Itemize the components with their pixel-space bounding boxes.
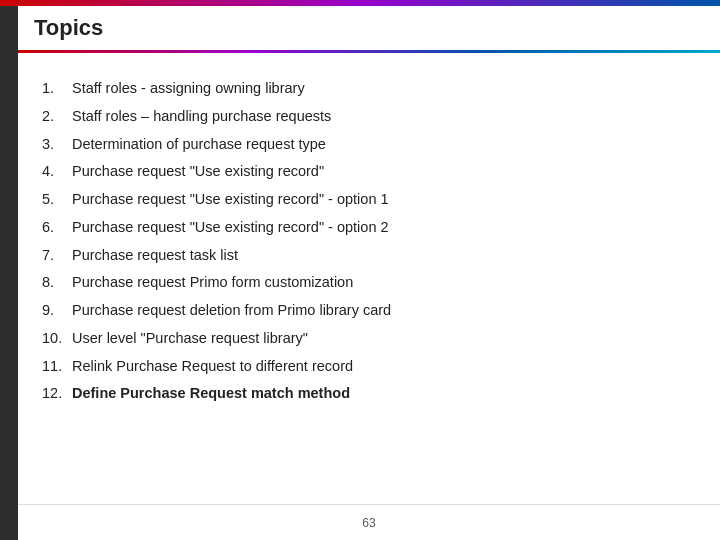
list-item: 5.Purchase request "Use existing record"… bbox=[42, 189, 696, 211]
list-item-number: 4. bbox=[42, 161, 72, 183]
list-item-number: 10. bbox=[42, 328, 72, 350]
list-item-number: 11. bbox=[42, 356, 72, 378]
footer: 63 bbox=[18, 504, 720, 540]
list-item-number: 3. bbox=[42, 134, 72, 156]
list-item-number: 12. bbox=[42, 383, 72, 405]
page-container: Topics 1.Staff roles - assigning owning … bbox=[0, 0, 720, 540]
header: Topics bbox=[18, 6, 720, 50]
list-item: 7.Purchase request task list bbox=[42, 245, 696, 267]
list-item: 2.Staff roles – handling purchase reques… bbox=[42, 106, 696, 128]
list-item-number: 5. bbox=[42, 189, 72, 211]
list-item-text: Purchase request task list bbox=[72, 245, 238, 267]
list-item-number: 6. bbox=[42, 217, 72, 239]
list-item-number: 8. bbox=[42, 272, 72, 294]
list-item-number: 9. bbox=[42, 300, 72, 322]
list-item-text: Determination of purchase request type bbox=[72, 134, 326, 156]
list-item-text: Define Purchase Request match method bbox=[72, 383, 350, 405]
page-title: Topics bbox=[34, 15, 103, 41]
left-strip bbox=[0, 0, 18, 540]
list-item: 3.Determination of purchase request type bbox=[42, 134, 696, 156]
list-item-number: 1. bbox=[42, 78, 72, 100]
list-item-text: Purchase request deletion from Primo lib… bbox=[72, 300, 391, 322]
list-item: 10.User level "Purchase request library" bbox=[42, 328, 696, 350]
list-item: 8.Purchase request Primo form customizat… bbox=[42, 272, 696, 294]
list-item-text: User level "Purchase request library" bbox=[72, 328, 308, 350]
list-item-text: Purchase request "Use existing record" bbox=[72, 161, 324, 183]
list-item-text: Staff roles – handling purchase requests bbox=[72, 106, 331, 128]
list-item: 9.Purchase request deletion from Primo l… bbox=[42, 300, 696, 322]
list-item-number: 2. bbox=[42, 106, 72, 128]
list-item-text: Purchase request Primo form customizatio… bbox=[72, 272, 353, 294]
list-item-text: Purchase request "Use existing record" -… bbox=[72, 189, 389, 211]
list-item-text: Relink Purchase Request to different rec… bbox=[72, 356, 353, 378]
list-item-text: Staff roles - assigning owning library bbox=[72, 78, 305, 100]
list-item-number: 7. bbox=[42, 245, 72, 267]
header-separator bbox=[18, 50, 720, 53]
page-number: 63 bbox=[362, 516, 375, 530]
list-item: 4.Purchase request "Use existing record" bbox=[42, 161, 696, 183]
list-item: 12.Define Purchase Request match method bbox=[42, 383, 696, 405]
list-item: 6.Purchase request "Use existing record"… bbox=[42, 217, 696, 239]
list-item: 1.Staff roles - assigning owning library bbox=[42, 78, 696, 100]
list-item-text: Purchase request "Use existing record" -… bbox=[72, 217, 389, 239]
list-item: 11.Relink Purchase Request to different … bbox=[42, 356, 696, 378]
main-content: 1.Staff roles - assigning owning library… bbox=[18, 60, 720, 504]
topics-list: 1.Staff roles - assigning owning library… bbox=[42, 78, 696, 405]
